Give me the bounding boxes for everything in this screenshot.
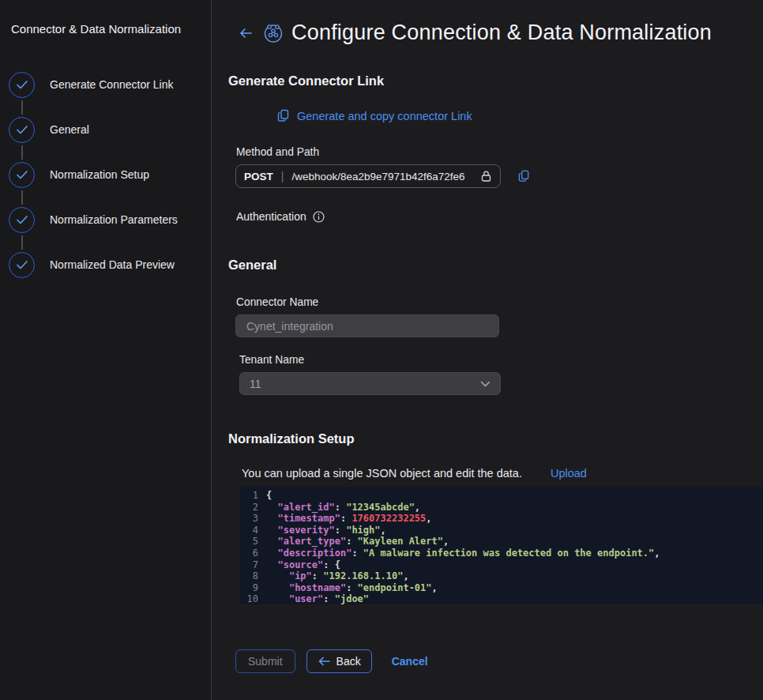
copy-icon xyxy=(277,109,290,122)
code-line: 3 "timestamp": 1760732232255, xyxy=(239,513,763,525)
code-line: 4 "severity": "high", xyxy=(239,525,763,536)
tenant-name-value: 11 xyxy=(250,378,261,390)
back-arrow-button[interactable] xyxy=(236,24,255,42)
chevron-down-icon xyxy=(480,381,490,387)
step-label: Normalization Parameters xyxy=(50,207,211,226)
webhook-path: /webhook/8ea2b9e7971b42f6a72fe6 xyxy=(291,171,472,183)
check-icon xyxy=(16,170,28,180)
check-icon xyxy=(16,80,28,90)
field-divider: | xyxy=(281,170,284,183)
tenant-name-label: Tenant Name xyxy=(239,354,763,366)
connector-name-label: Connector Name xyxy=(236,296,763,308)
stepper-item-1[interactable]: General xyxy=(0,117,211,162)
step-label: Normalization Setup xyxy=(50,162,211,181)
back-button-label: Back xyxy=(336,655,361,668)
code-line: 2 "alert_id": "12345abcde", xyxy=(239,502,763,514)
submit-button[interactable]: Submit xyxy=(235,649,295,673)
copy-icon xyxy=(518,170,530,183)
check-icon xyxy=(16,260,28,270)
tenant-name-select[interactable]: 11 xyxy=(239,372,501,395)
connector-name-value: Cynet_integration xyxy=(246,320,333,333)
generate-copy-link-button[interactable]: Generate and copy connector Link xyxy=(277,109,472,122)
step-circle xyxy=(9,207,35,233)
step-label: Normalized Data Preview xyxy=(50,252,211,271)
page-title: Configure Connection & Data Normalizatio… xyxy=(291,21,712,45)
code-line: 9 "hostname": "endpoint-01", xyxy=(239,582,763,594)
method-path-label: Method and Path xyxy=(236,146,763,158)
section-heading-general: General xyxy=(228,258,763,273)
wizard-sidebar: Connector & Data Normalization Generate … xyxy=(0,0,212,700)
code-line: 6 "description": "A malware infection wa… xyxy=(239,548,763,559)
back-button[interactable]: Back xyxy=(306,649,372,673)
step-label: General xyxy=(50,117,211,136)
step-connector-line xyxy=(21,235,23,250)
method-path-row: POST | /webhook/8ea2b9e7971b42f6a72fe6 xyxy=(235,164,763,188)
upload-button[interactable]: Upload xyxy=(551,467,587,480)
stepper-item-4[interactable]: Normalized Data Preview xyxy=(0,252,211,280)
copy-path-button[interactable] xyxy=(518,170,530,183)
connector-name-input[interactable]: Cynet_integration xyxy=(235,314,499,337)
section-heading-generate: Generate Connector Link xyxy=(228,73,763,88)
step-circle xyxy=(9,117,35,143)
step-circle xyxy=(9,252,35,278)
step-circle xyxy=(9,72,35,98)
check-icon xyxy=(16,125,28,135)
code-line: 1{ xyxy=(239,490,763,502)
arrow-left-icon xyxy=(238,26,254,40)
sidebar-title: Connector & Data Normalization xyxy=(0,0,211,36)
step-connector-line xyxy=(21,145,23,160)
section-heading-normalization: Normalization Setup xyxy=(228,431,763,446)
stepper-item-0[interactable]: Generate Connector Link xyxy=(0,72,211,117)
upload-hint: You can upload a single JSON object and … xyxy=(242,467,522,480)
info-icon[interactable] xyxy=(313,211,325,223)
stepper: Generate Connector LinkGeneralNormalizat… xyxy=(0,72,211,280)
step-circle xyxy=(9,162,35,188)
step-connector-line xyxy=(21,100,23,115)
step-label: Generate Connector Link xyxy=(50,72,211,91)
http-method: POST xyxy=(244,171,273,183)
connector-badge-icon xyxy=(263,23,284,43)
generate-copy-link-label: Generate and copy connector Link xyxy=(297,110,472,122)
code-line: 5 "alert_type": "Kayleen Alert", xyxy=(239,536,763,548)
page-header: Configure Connection & Data Normalizatio… xyxy=(228,21,763,45)
authentication-label: Authentication xyxy=(236,210,306,223)
upload-row: You can upload a single JSON object and … xyxy=(242,467,763,480)
code-line: 8 "ip": "192.168.1.10", xyxy=(239,570,763,582)
footer-actions: Submit Back Cancel xyxy=(235,649,763,673)
code-line: 7 "source": { xyxy=(239,559,763,571)
step-connector-line xyxy=(21,190,23,205)
check-icon xyxy=(16,215,28,225)
json-editor[interactable]: 1{2 "alert_id": "12345abcde",3 "timestam… xyxy=(239,487,763,604)
authentication-row: Authentication xyxy=(236,210,763,223)
stepper-item-2[interactable]: Normalization Setup xyxy=(0,162,211,207)
code-line: 10 "user": "jdoe" xyxy=(239,593,763,604)
arrow-left-icon xyxy=(318,656,331,667)
cancel-button[interactable]: Cancel xyxy=(392,655,428,668)
lock-icon xyxy=(480,170,492,183)
method-path-field[interactable]: POST | /webhook/8ea2b9e7971b42f6a72fe6 xyxy=(235,164,501,188)
main-panel: Configure Connection & Data Normalizatio… xyxy=(212,0,763,700)
stepper-item-3[interactable]: Normalization Parameters xyxy=(0,207,211,252)
